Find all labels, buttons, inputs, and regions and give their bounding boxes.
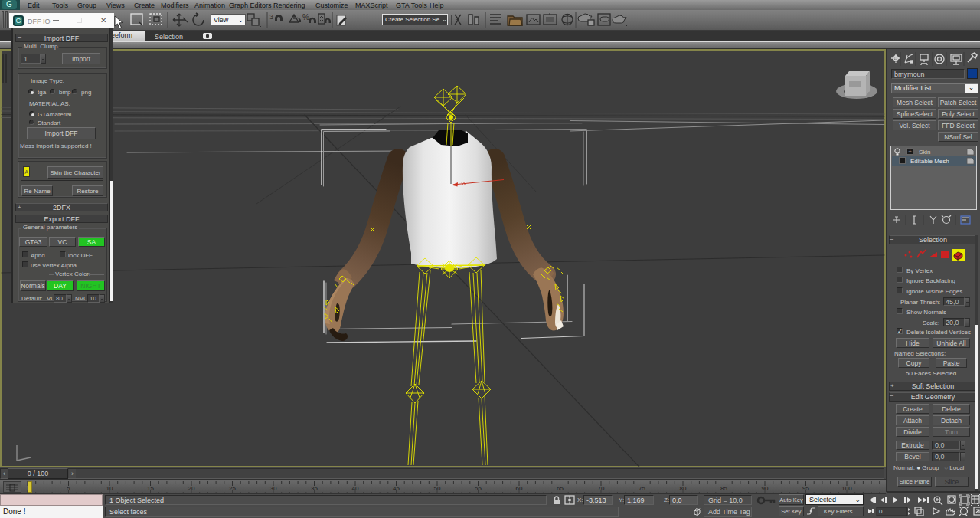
svg-text:0: 0 (879, 508, 883, 515)
svg-text:20: 20 (188, 485, 195, 492)
svg-text:60: 60 (516, 485, 523, 492)
svg-text:90: 90 (762, 485, 769, 492)
svg-text:35: 35 (311, 485, 318, 492)
svg-text:50: 50 (434, 485, 441, 492)
svg-text:70: 70 (598, 485, 605, 492)
svg-text:10: 10 (106, 485, 113, 492)
svg-text:65: 65 (557, 485, 564, 492)
svg-text:25: 25 (229, 485, 236, 492)
svg-text:40: 40 (352, 485, 359, 492)
svg-text:%: % (302, 13, 309, 21)
svg-text:95: 95 (802, 485, 809, 492)
svg-text:80: 80 (680, 485, 687, 492)
svg-text:30: 30 (270, 485, 277, 492)
svg-text:3: 3 (270, 13, 273, 21)
svg-text:85: 85 (720, 485, 727, 492)
svg-text:100: 100 (841, 485, 852, 492)
svg-text:75: 75 (639, 485, 645, 492)
svg-text:5: 5 (67, 485, 70, 492)
svg-text:15: 15 (147, 485, 154, 492)
svg-text:55: 55 (475, 485, 482, 492)
svg-text:45: 45 (393, 485, 400, 492)
